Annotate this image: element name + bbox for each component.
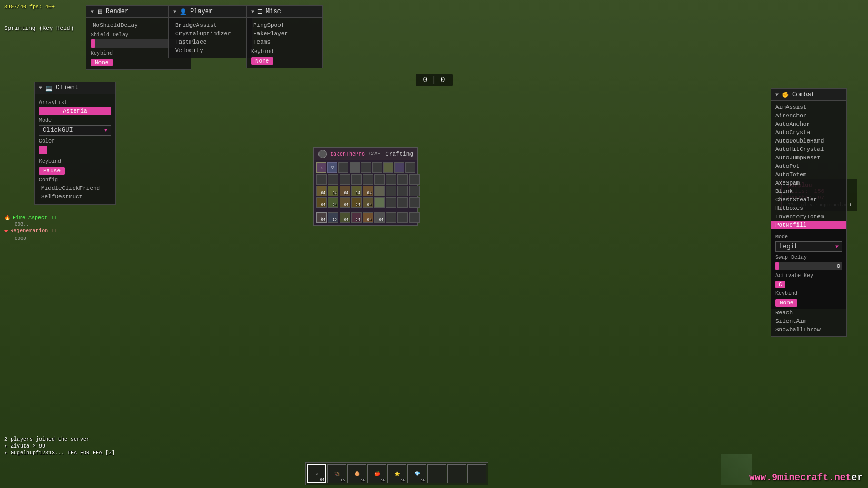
potrefill-keybind-btn[interactable]: None xyxy=(775,299,797,307)
client-item-selfdestruct[interactable]: SelfDestruct xyxy=(39,192,111,201)
inv-cell[interactable]: 64 xyxy=(328,186,338,196)
inv-cell[interactable]: 64 xyxy=(363,186,373,196)
potrefill-swapdelay-slider[interactable]: 0 xyxy=(775,262,842,270)
inv-cell[interactable]: 16 xyxy=(328,212,338,223)
inv-cell[interactable] xyxy=(409,186,420,196)
misc-keybind-btn[interactable]: None xyxy=(251,57,273,65)
combat-item-axespam[interactable]: AxeSpam xyxy=(771,179,846,187)
inv-cell[interactable]: 64 xyxy=(351,186,362,196)
hotbar-cell-5[interactable]: 💎 64 xyxy=(407,464,426,483)
inv-cell[interactable]: 64 xyxy=(363,197,373,208)
inv-cell[interactable]: ⚔ xyxy=(316,162,326,173)
mode-dropdown[interactable]: ClickGUI ▼ xyxy=(39,125,111,136)
inv-cell[interactable] xyxy=(409,174,420,185)
combat-item-autoanchor[interactable]: AutoAnchor xyxy=(771,120,846,128)
inv-cell[interactable] xyxy=(374,174,385,185)
player-item-fastplace[interactable]: FastPlace xyxy=(173,38,248,46)
hotbar-cell-7[interactable] xyxy=(447,464,466,483)
inv-cell[interactable] xyxy=(397,186,408,196)
inv-cell[interactable] xyxy=(374,186,385,196)
hotbar-cell-8[interactable] xyxy=(467,464,486,483)
client-item-middleclickfriend[interactable]: MiddleClickFriend xyxy=(39,184,111,192)
inv-cell[interactable]: 64 xyxy=(363,212,373,223)
combat-item-cheststealer[interactable]: ChestStealer xyxy=(771,196,846,204)
inv-cell[interactable] xyxy=(374,197,385,208)
inv-cell[interactable]: 64 xyxy=(351,212,362,223)
combat-item-hitboxes[interactable]: Hitboxes xyxy=(771,204,846,212)
render-collapse-arrow[interactable]: ▼ xyxy=(91,9,94,15)
misc-item-pingspoof[interactable]: PingSpoof xyxy=(251,21,318,29)
inv-cell[interactable] xyxy=(409,197,420,208)
hotbar-cell-2[interactable]: 🥚 64 xyxy=(347,464,366,483)
chat-line-1: ✦ Zivuta × 99 xyxy=(4,443,188,449)
combat-item-snowballthrow[interactable]: SnowballThrow xyxy=(771,326,846,334)
inv-cell[interactable] xyxy=(386,186,396,196)
inv-cell[interactable]: 64 xyxy=(340,197,350,208)
combat-item-airanchor[interactable]: AirAnchor xyxy=(771,111,846,120)
inv-cell[interactable] xyxy=(405,162,415,173)
inv-cell[interactable]: 64 xyxy=(351,197,362,208)
inv-cell[interactable] xyxy=(397,174,408,185)
combat-item-aimassist[interactable]: AimAssist xyxy=(771,103,846,111)
inv-cell[interactable] xyxy=(397,197,408,208)
inv-cell[interactable] xyxy=(338,162,348,173)
player-collapse-arrow[interactable]: ▼ xyxy=(173,9,176,15)
inv-cell[interactable]: 64 xyxy=(340,186,350,196)
combat-item-autocrystal[interactable]: AutoCrystal xyxy=(771,128,846,137)
hotbar-cell-1[interactable]: 🏹 16 xyxy=(327,464,346,483)
inv-cell[interactable]: 64 xyxy=(316,197,327,208)
combat-item-autopot[interactable]: AutoPot xyxy=(771,162,846,170)
inv-cell[interactable]: 🛡 xyxy=(327,162,337,173)
inventory-equipment-row: ⚔ 🛡 xyxy=(316,162,415,173)
hotbar-cell-4[interactable]: ⭐ 64 xyxy=(387,464,406,483)
combat-item-blink[interactable]: Blink xyxy=(771,187,846,196)
inv-cell[interactable] xyxy=(383,162,393,173)
combat-item-autodoubleh[interactable]: AutoDoubleHand xyxy=(771,137,846,145)
hotbar-cell-0[interactable]: ⚔ 64 xyxy=(307,464,326,483)
client-keybind-btn[interactable]: Pause xyxy=(39,167,65,175)
inv-cell[interactable] xyxy=(328,174,338,185)
combat-item-silentaim[interactable]: SilentAim xyxy=(771,317,846,326)
combat-item-potrefill[interactable]: PotRefill xyxy=(771,221,846,229)
inv-cell[interactable] xyxy=(394,162,404,173)
potrefill-activatekey-btn[interactable]: C xyxy=(775,281,785,288)
inv-cell[interactable] xyxy=(386,212,396,223)
inv-cell[interactable]: ⚔64 xyxy=(316,212,327,223)
combat-collapse-arrow[interactable]: ▼ xyxy=(775,92,779,98)
player-item-crystaloptimizer[interactable]: CrystalOptimizer xyxy=(173,29,248,38)
combat-item-reach[interactable]: Reach xyxy=(771,309,846,317)
player-item-bridgeassist[interactable]: BridgeAssist xyxy=(173,21,248,29)
combat-item-autojumpreset[interactable]: AutoJumpReset xyxy=(771,154,846,162)
inv-cell[interactable]: 64 xyxy=(374,212,385,223)
inv-cell[interactable] xyxy=(397,212,408,223)
inv-cell[interactable] xyxy=(351,174,362,185)
client-collapse-arrow[interactable]: ▼ xyxy=(39,85,42,91)
player-item-velocity[interactable]: Velocity xyxy=(173,46,248,55)
inv-cell[interactable]: 64 xyxy=(340,212,350,223)
inv-cell[interactable] xyxy=(372,162,382,173)
inv-cell[interactable] xyxy=(350,162,360,173)
hotbar-cell-6[interactable] xyxy=(427,464,446,483)
render-keybind-btn[interactable]: None xyxy=(91,59,113,66)
potrefill-mode-dropdown[interactable]: Legit ▼ xyxy=(775,241,842,252)
inv-cell[interactable] xyxy=(361,162,371,173)
misc-item-teams[interactable]: Teams xyxy=(251,38,318,46)
inv-cell[interactable] xyxy=(340,174,350,185)
status-effect-fire: 🔥 Fire Aspect II xyxy=(4,215,57,221)
misc-item-fakeplayer[interactable]: FakePlayer xyxy=(251,29,318,38)
combat-item-autototem[interactable]: AutoTotem xyxy=(771,170,846,179)
misc-collapse-arrow[interactable]: ▼ xyxy=(251,9,254,15)
inv-cell[interactable] xyxy=(409,212,420,223)
color-swatch[interactable] xyxy=(39,146,47,154)
inv-cell[interactable] xyxy=(316,174,327,185)
inv-cell[interactable] xyxy=(386,174,396,185)
combat-item-autohitcrystal[interactable]: AutoHitCrystal xyxy=(771,145,846,154)
hotbar-cell-3[interactable]: 🍎 64 xyxy=(367,464,386,483)
inv-cell[interactable] xyxy=(363,174,373,185)
combat-item-inventorytotem[interactable]: InventoryTotem xyxy=(771,212,846,221)
render-item-label: NoShieldDelay xyxy=(93,22,138,28)
inv-cell[interactable]: 64 xyxy=(328,197,338,208)
inv-cell[interactable] xyxy=(386,197,396,208)
score-text: 0 | 0 xyxy=(423,76,445,84)
inv-cell[interactable]: 64 xyxy=(316,186,327,196)
